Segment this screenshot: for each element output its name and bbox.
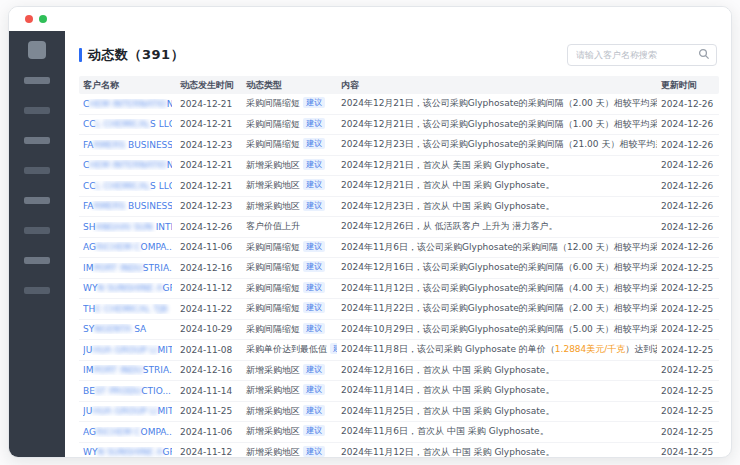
customer-cell: AGRICHEM COMPA... — [79, 427, 176, 437]
customer-cell: CCL CHEMICALS LLC — [79, 119, 176, 129]
table-row[interactable]: AGRICHEM COMPA...2024-11-06新增采购地区建议2024年… — [79, 422, 719, 443]
search-icon[interactable] — [698, 48, 710, 60]
event-time: 2024-11-25 — [176, 406, 242, 416]
sidebar-nav-item[interactable] — [24, 107, 50, 114]
customer-link[interactable]: IMPORT INDUSTRIA... — [83, 365, 172, 375]
event-time: 2024-11-12 — [176, 447, 242, 457]
column-header: 客户名称 — [79, 79, 176, 92]
customer-link[interactable]: BEST PRODUCTIO... — [83, 386, 172, 396]
customer-cell: CHEM INTERNATIONAL L... — [79, 160, 176, 170]
table-row[interactable]: SHANGHAI SUN INTER...2024-12-26客户价值上升202… — [79, 217, 719, 238]
customer-link[interactable]: CHEM INTERNATIONAL L... — [83, 99, 172, 109]
sidebar-nav-item[interactable] — [24, 257, 50, 264]
event-type-cell: 采购间隔缩短建议 — [242, 97, 337, 110]
sidebar-nav-item[interactable] — [24, 137, 50, 144]
suggestion-tag: 建议 — [303, 179, 325, 190]
table-row[interactable]: CCL CHEMICALS LLC2024-12-21采购间隔缩短建议2024年… — [79, 115, 719, 136]
event-type: 新增采购地区 — [246, 447, 300, 457]
customer-link[interactable]: WYN SUNSHINE AGRIC... — [83, 447, 172, 457]
event-time: 2024-11-12 — [176, 283, 242, 293]
window-maximize-dot[interactable] — [39, 15, 47, 23]
table-row[interactable]: JUHUA GROUP LIMITED2024-11-08采购单价达到最低值建议… — [79, 340, 719, 361]
column-header: 内容 — [337, 79, 657, 92]
table-row[interactable]: IMPORT INDUSTRIA...2024-12-16采购间隔缩短建议202… — [79, 258, 719, 279]
event-type: 采购间隔缩短 — [246, 303, 300, 313]
event-type: 采购间隔缩短 — [246, 324, 300, 334]
event-type: 新增采购地区 — [246, 160, 300, 170]
column-header: 动态类型 — [242, 79, 337, 92]
update-time: 2024-12-25 — [657, 304, 719, 314]
update-time: 2024-12-25 — [657, 447, 719, 457]
event-time: 2024-11-14 — [176, 386, 242, 396]
event-type: 采购间隔缩短 — [246, 139, 300, 149]
table-row[interactable]: IMPORT INDUSTRIA...2024-12-16新增采购地区建议202… — [79, 361, 719, 382]
table-row[interactable]: FARMERS BUSINESS NET...2024-12-23新增采购地区建… — [79, 197, 719, 218]
customer-link[interactable]: JUHUA GROUP LIMITED — [83, 406, 172, 416]
customer-link[interactable]: AGRICHEM COMPA... — [83, 427, 172, 437]
event-type: 客户价值上升 — [246, 221, 300, 231]
table-row[interactable]: THE CHEMICAL TJB2024-11-22采购间隔缩短建议2024年1… — [79, 299, 719, 320]
customer-link[interactable]: CCL CHEMICALS LLC — [83, 181, 172, 191]
table-row[interactable]: FARMERS BUSINESS NET...2024-12-23采购间隔缩短建… — [79, 135, 719, 156]
customer-cell: AGRICHEM COMPA... — [79, 242, 176, 252]
update-time: 2024-12-26 — [657, 140, 719, 150]
customer-link[interactable]: WYN SUNSHINE AGRIC... — [83, 283, 172, 293]
app-window: 动态数（391） 客户名称动态发生时间动态类型内容更新时间 CHEM INTER… — [8, 6, 732, 458]
event-type-cell: 采购间隔缩短建议 — [242, 282, 337, 295]
event-type-cell: 采购间隔缩短建议 — [242, 118, 337, 131]
sidebar-nav-item[interactable] — [24, 167, 50, 174]
table-row[interactable]: BEST PRODUCTIO...2024-11-14新增采购地区建议2024年… — [79, 381, 719, 402]
update-time: 2024-12-25 — [657, 283, 719, 293]
event-type-cell: 新增采购地区建议 — [242, 179, 337, 192]
event-content: 2024年12月16日，该公司采购Glyphosate的采购间隔（6.00 天）… — [337, 261, 657, 274]
event-content: 2024年11月25日，首次从 中国 采购 Glyphosate。 — [337, 405, 657, 418]
customer-link[interactable]: JUHUA GROUP LIMITED — [83, 345, 172, 355]
customer-cell: FARMERS BUSINESS NET... — [79, 201, 176, 211]
customer-link[interactable]: FARMERS BUSINESS NET... — [83, 201, 172, 211]
customer-link[interactable]: SHANGHAI SUN INTER... — [83, 222, 172, 232]
update-time: 2024-12-25 — [657, 263, 719, 273]
table-row[interactable]: WYN SUNSHINE AGRIC...2024-11-12新增采购地区建议2… — [79, 443, 719, 458]
sidebar-nav-item[interactable] — [24, 287, 50, 294]
event-type: 采购单价达到最低值 — [246, 344, 327, 354]
window-close-dot[interactable] — [25, 15, 33, 23]
event-type: 采购间隔缩短 — [246, 119, 300, 129]
customer-cell: WYN SUNSHINE AGRIC... — [79, 283, 176, 293]
table-row[interactable]: CHEM INTERNATIONAL L...2024-12-21新增采购地区建… — [79, 156, 719, 177]
event-type-cell: 新增采购地区建议 — [242, 384, 337, 397]
event-content: 2024年11月12日，该公司采购Glyphosate的采购间隔（4.00 天）… — [337, 282, 657, 295]
sidebar-nav-item[interactable] — [24, 227, 50, 234]
customer-link[interactable]: IMPORT INDUSTRIA... — [83, 263, 172, 273]
update-time: 2024-12-26 — [657, 119, 719, 129]
customer-link[interactable]: AGRICHEM COMPA... — [83, 242, 172, 252]
table-row[interactable]: CCL CHEMICALS LLC2024-12-21新增采购地区建议2024年… — [79, 176, 719, 197]
search-input[interactable] — [567, 44, 717, 66]
event-content: 2024年12月21日，首次从 美国 采购 Glyphosate。 — [337, 159, 657, 172]
event-time: 2024-11-06 — [176, 242, 242, 252]
search-box[interactable] — [567, 43, 717, 66]
table-row[interactable]: SYNGENTA SA2024-10-29采购间隔缩短建议2024年10月29日… — [79, 320, 719, 341]
table-row[interactable]: JUHUA GROUP LIMITED2024-11-25新增采购地区建议202… — [79, 402, 719, 423]
customer-link[interactable]: SYNGENTA SA — [83, 324, 172, 334]
table-row[interactable]: WYN SUNSHINE AGRIC...2024-11-12采购间隔缩短建议2… — [79, 279, 719, 300]
update-time: 2024-12-25 — [657, 324, 719, 334]
title-accent-bar — [79, 48, 82, 62]
event-type-cell: 新增采购地区建议 — [242, 159, 337, 172]
event-time: 2024-12-16 — [176, 263, 242, 273]
event-content: 2024年12月16日，首次从 中国 采购 Glyphosate。 — [337, 364, 657, 377]
table-row[interactable]: AGRICHEM COMPA...2024-11-06采购间隔缩短建议2024年… — [79, 238, 719, 259]
customer-link[interactable]: FARMERS BUSINESS NET... — [83, 140, 172, 150]
main-content: 动态数（391） 客户名称动态发生时间动态类型内容更新时间 CHEM INTER… — [65, 31, 731, 457]
event-content: 2024年12月21日，该公司采购Glyphosate的采购间隔（2.00 天）… — [337, 97, 657, 110]
event-content: 2024年11月6日，首次从 中国 采购 Glyphosate。 — [337, 425, 657, 438]
event-type: 新增采购地区 — [246, 201, 300, 211]
customer-link[interactable]: CCL CHEMICALS LLC — [83, 119, 172, 129]
table-row[interactable]: CHEM INTERNATIONAL L...2024-12-21采购间隔缩短建… — [79, 94, 719, 115]
sidebar-nav-item[interactable] — [24, 77, 50, 84]
event-type: 新增采购地区 — [246, 406, 300, 416]
customer-link[interactable]: THE CHEMICAL TJB — [83, 304, 172, 314]
event-content: 2024年11月14日，首次从 中国 采购 Glyphosate。 — [337, 384, 657, 397]
event-type: 采购间隔缩短 — [246, 242, 300, 252]
customer-link[interactable]: CHEM INTERNATIONAL L... — [83, 160, 172, 170]
sidebar-nav-item[interactable] — [24, 197, 50, 204]
